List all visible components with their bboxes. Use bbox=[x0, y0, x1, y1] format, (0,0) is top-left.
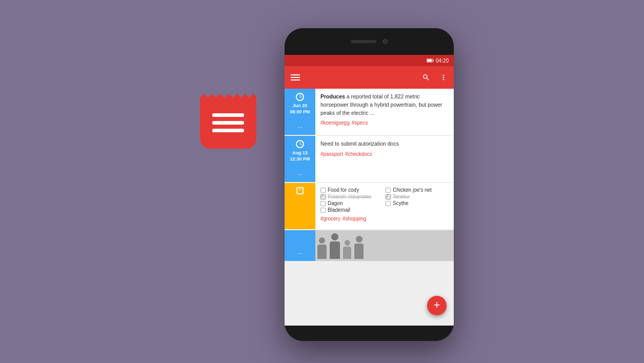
battery-icon bbox=[427, 58, 434, 63]
phone-top-bar bbox=[285, 28, 454, 55]
checklist-item-4: Tenetur bbox=[386, 194, 449, 199]
note-strip-1: Jun 2006:00 PM ··· bbox=[285, 89, 315, 135]
note-card-1[interactable]: Jun 2006:00 PM ··· Produces a reported t… bbox=[285, 89, 454, 135]
note-dots-1: ··· bbox=[297, 124, 303, 131]
note-strip-2: Aug 1312:30 PM ··· bbox=[285, 136, 315, 182]
phone-screen: 04:20 Jun 2006: bbox=[285, 55, 454, 326]
check-icon-3 bbox=[296, 187, 304, 194]
note-tags-1: #koenigsegg #specs bbox=[320, 120, 449, 126]
note-dots-2: ··· bbox=[297, 171, 303, 178]
fab-plus-icon: + bbox=[434, 299, 440, 311]
note-tag-grocery[interactable]: #grocery bbox=[320, 216, 340, 221]
note-dots-4: ··· bbox=[297, 250, 303, 257]
notes-list: Jun 2006:00 PM ··· Produces a reported t… bbox=[285, 89, 454, 326]
checklist-grid: Food for cody Chicken joe's net Polarish… bbox=[320, 187, 449, 213]
checklist-item-1: Food for cody bbox=[320, 187, 384, 193]
checklist-text-4: Tenetur bbox=[393, 194, 410, 199]
menu-line-2 bbox=[291, 77, 300, 78]
note-tag-passport[interactable]: #passport bbox=[320, 151, 343, 157]
app-icon-zigzag bbox=[200, 92, 256, 100]
note-text-1: Produces a reported total of 1,822 metri… bbox=[320, 93, 449, 117]
menu-line-1 bbox=[291, 74, 300, 75]
svg-rect-1 bbox=[427, 59, 432, 62]
menu-line-3 bbox=[291, 79, 300, 80]
checkbox-6[interactable] bbox=[386, 201, 391, 206]
note-tag-shopping[interactable]: #shopping bbox=[343, 216, 366, 221]
menu-icon[interactable] bbox=[291, 74, 300, 80]
checklist-item-2: Chicken joe's net bbox=[386, 187, 449, 193]
checklist-item-7: Blademail bbox=[320, 207, 384, 213]
note-bold-1: Produces bbox=[320, 93, 345, 99]
app-toolbar bbox=[285, 66, 454, 89]
note-strip-3 bbox=[285, 183, 315, 229]
app-icon bbox=[200, 92, 256, 149]
note-strip-4: ··· bbox=[285, 230, 315, 261]
checkbox-2[interactable] bbox=[386, 188, 391, 193]
checklist-text-2: Chicken joe's net bbox=[393, 187, 432, 193]
clock-icon-2 bbox=[296, 140, 304, 148]
app-icon-line-1 bbox=[212, 113, 244, 117]
status-bar: 04:20 bbox=[285, 55, 454, 66]
note-tag-checkdocs[interactable]: #checkdocs bbox=[345, 151, 372, 157]
app-icon-lines bbox=[212, 113, 244, 132]
status-icons bbox=[427, 58, 434, 63]
checklist-text-6: Scythe bbox=[393, 200, 409, 206]
phone-speaker bbox=[351, 40, 376, 43]
note-tag-koenigsegg[interactable]: #koenigsegg bbox=[320, 120, 350, 126]
checkbox-1[interactable] bbox=[320, 188, 326, 193]
checkbox-4[interactable] bbox=[386, 194, 391, 199]
note-image-content bbox=[315, 230, 454, 261]
checklist-item-3: Polarish Voluptates bbox=[320, 194, 384, 199]
svg-rect-2 bbox=[433, 60, 434, 61]
checklist-text-1: Food for cody bbox=[328, 187, 359, 193]
phone-camera bbox=[383, 39, 388, 44]
note-date-2: Aug 1312:30 PM bbox=[290, 150, 310, 162]
checklist-item-5: Dagon bbox=[320, 200, 384, 206]
checklist-text-3: Polarish Voluptates bbox=[328, 194, 372, 199]
note-card-2[interactable]: Aug 1312:30 PM ··· Need to submit autori… bbox=[285, 136, 454, 182]
phone-mockup: 04:20 Jun 2006: bbox=[285, 28, 454, 341]
checkbox-7[interactable] bbox=[320, 208, 326, 213]
more-icon[interactable] bbox=[439, 73, 448, 82]
checkbox-5[interactable] bbox=[320, 201, 326, 206]
note-content-2: Need to submit autorization docs #passpo… bbox=[315, 136, 454, 182]
note-tags-3: #grocery #shopping bbox=[320, 216, 449, 221]
checklist-text-7: Blademail bbox=[328, 207, 350, 213]
note-text-2: Need to submit autorization docs bbox=[320, 140, 449, 148]
phone-bottom-bar bbox=[285, 326, 454, 341]
checklist-item-6: Scythe bbox=[386, 200, 449, 206]
status-time: 04:20 bbox=[436, 58, 449, 64]
note-card-3[interactable]: Food for cody Chicken joe's net Polarish… bbox=[285, 183, 454, 229]
note-content-3: Food for cody Chicken joe's net Polarish… bbox=[315, 183, 454, 229]
note-tag-specs[interactable]: #specs bbox=[352, 120, 368, 126]
clock-icon-1 bbox=[296, 93, 304, 101]
app-icon-line-2 bbox=[212, 121, 244, 125]
note-tags-2: #passport #checkdocs bbox=[320, 151, 449, 157]
note-date-1: Jun 2006:00 PM bbox=[290, 103, 310, 115]
search-icon[interactable] bbox=[422, 73, 430, 82]
fab-button[interactable]: + bbox=[427, 296, 447, 315]
checkbox-3[interactable] bbox=[320, 194, 326, 199]
checklist-text-5: Dagon bbox=[328, 200, 343, 206]
note-card-4[interactable]: ··· bbox=[285, 230, 454, 261]
note-content-1: Produces a reported total of 1,822 metri… bbox=[315, 89, 454, 135]
app-icon-line-3 bbox=[212, 129, 244, 132]
